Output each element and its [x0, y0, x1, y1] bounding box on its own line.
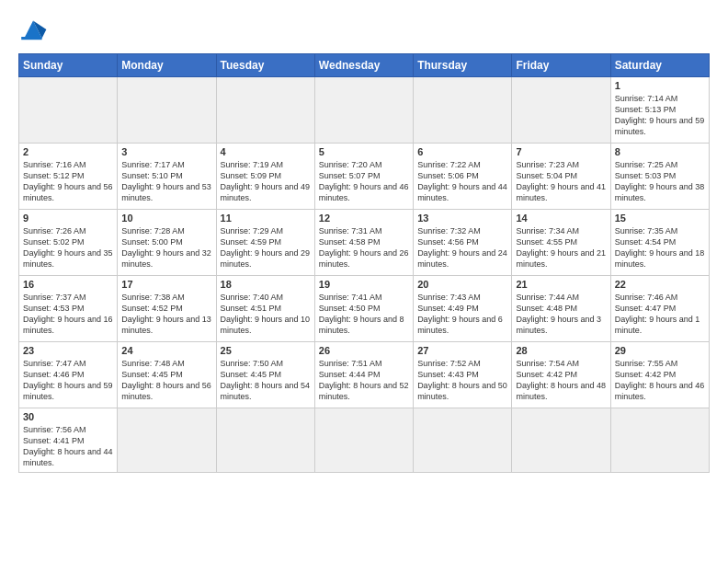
- day-cell: [118, 408, 216, 473]
- logo: [18, 15, 51, 44]
- day-cell: 19Sunrise: 7:41 AM Sunset: 4:50 PM Dayli…: [314, 276, 413, 342]
- day-info: Sunrise: 7:14 AM Sunset: 5:13 PM Dayligh…: [615, 93, 705, 138]
- day-info: Sunrise: 7:22 AM Sunset: 5:06 PM Dayligh…: [417, 159, 507, 204]
- page: SundayMondayTuesdayWednesdayThursdayFrid…: [0, 0, 728, 563]
- day-cell: 4Sunrise: 7:19 AM Sunset: 5:09 PM Daylig…: [216, 144, 314, 210]
- day-number: 19: [319, 279, 409, 290]
- day-number: 11: [221, 213, 311, 224]
- day-cell: [118, 77, 216, 144]
- day-cell: [216, 77, 314, 144]
- day-info: Sunrise: 7:51 AM Sunset: 4:44 PM Dayligh…: [319, 358, 409, 403]
- day-number: 6: [417, 146, 507, 157]
- logo-icon: [18, 15, 48, 44]
- day-info: Sunrise: 7:52 AM Sunset: 4:43 PM Dayligh…: [417, 358, 507, 403]
- day-number: 1: [615, 80, 705, 91]
- day-cell: [314, 408, 413, 473]
- day-info: Sunrise: 7:19 AM Sunset: 5:09 PM Dayligh…: [221, 159, 311, 204]
- day-cell: [314, 77, 413, 144]
- day-number: 4: [221, 146, 311, 157]
- day-cell: [414, 77, 512, 144]
- day-info: Sunrise: 7:17 AM Sunset: 5:10 PM Dayligh…: [121, 159, 211, 204]
- day-cell: 2Sunrise: 7:16 AM Sunset: 5:12 PM Daylig…: [19, 144, 118, 210]
- day-cell: 16Sunrise: 7:37 AM Sunset: 4:53 PM Dayli…: [19, 276, 118, 342]
- day-cell: 28Sunrise: 7:54 AM Sunset: 4:42 PM Dayli…: [512, 342, 610, 408]
- day-number: 20: [417, 279, 507, 290]
- day-cell: 23Sunrise: 7:47 AM Sunset: 4:46 PM Dayli…: [19, 342, 118, 408]
- day-info: Sunrise: 7:54 AM Sunset: 4:42 PM Dayligh…: [516, 358, 606, 403]
- day-number: 18: [221, 279, 311, 290]
- day-info: Sunrise: 7:28 AM Sunset: 5:00 PM Dayligh…: [121, 225, 211, 270]
- weekday-header-row: SundayMondayTuesdayWednesdayThursdayFrid…: [19, 54, 710, 77]
- day-cell: 25Sunrise: 7:50 AM Sunset: 4:45 PM Dayli…: [216, 342, 314, 408]
- day-cell: 10Sunrise: 7:28 AM Sunset: 5:00 PM Dayli…: [118, 210, 216, 276]
- day-number: 17: [121, 279, 211, 290]
- day-cell: 5Sunrise: 7:20 AM Sunset: 5:07 PM Daylig…: [314, 144, 413, 210]
- day-info: Sunrise: 7:37 AM Sunset: 4:53 PM Dayligh…: [23, 292, 113, 337]
- day-number: 28: [516, 345, 606, 356]
- day-number: 23: [23, 345, 113, 356]
- day-info: Sunrise: 7:41 AM Sunset: 4:50 PM Dayligh…: [319, 292, 409, 337]
- day-cell: [512, 77, 610, 144]
- day-cell: 20Sunrise: 7:43 AM Sunset: 4:49 PM Dayli…: [414, 276, 512, 342]
- day-number: 10: [121, 213, 211, 224]
- day-info: Sunrise: 7:48 AM Sunset: 4:45 PM Dayligh…: [121, 358, 211, 403]
- weekday-header-sunday: Sunday: [19, 54, 118, 77]
- day-cell: 3Sunrise: 7:17 AM Sunset: 5:10 PM Daylig…: [118, 144, 216, 210]
- day-cell: 15Sunrise: 7:35 AM Sunset: 4:54 PM Dayli…: [610, 210, 709, 276]
- week-row-3: 9Sunrise: 7:26 AM Sunset: 5:02 PM Daylig…: [19, 210, 710, 276]
- day-info: Sunrise: 7:38 AM Sunset: 4:52 PM Dayligh…: [121, 292, 211, 337]
- day-info: Sunrise: 7:25 AM Sunset: 5:03 PM Dayligh…: [615, 159, 705, 204]
- weekday-header-friday: Friday: [512, 54, 610, 77]
- day-info: Sunrise: 7:16 AM Sunset: 5:12 PM Dayligh…: [23, 159, 113, 204]
- day-cell: 17Sunrise: 7:38 AM Sunset: 4:52 PM Dayli…: [118, 276, 216, 342]
- day-info: Sunrise: 7:26 AM Sunset: 5:02 PM Dayligh…: [23, 225, 113, 270]
- weekday-header-monday: Monday: [118, 54, 216, 77]
- day-cell: 1Sunrise: 7:14 AM Sunset: 5:13 PM Daylig…: [610, 77, 709, 144]
- week-row-4: 16Sunrise: 7:37 AM Sunset: 4:53 PM Dayli…: [19, 276, 710, 342]
- day-cell: 11Sunrise: 7:29 AM Sunset: 4:59 PM Dayli…: [216, 210, 314, 276]
- day-info: Sunrise: 7:56 AM Sunset: 4:41 PM Dayligh…: [23, 424, 113, 469]
- day-number: 14: [516, 213, 606, 224]
- day-number: 22: [615, 279, 705, 290]
- day-cell: [19, 77, 118, 144]
- day-cell: 27Sunrise: 7:52 AM Sunset: 4:43 PM Dayli…: [414, 342, 512, 408]
- calendar: SundayMondayTuesdayWednesdayThursdayFrid…: [18, 53, 710, 473]
- day-info: Sunrise: 7:44 AM Sunset: 4:48 PM Dayligh…: [516, 292, 606, 337]
- day-number: 16: [23, 279, 113, 290]
- day-info: Sunrise: 7:46 AM Sunset: 4:47 PM Dayligh…: [615, 292, 705, 337]
- day-number: 13: [417, 213, 507, 224]
- day-info: Sunrise: 7:43 AM Sunset: 4:49 PM Dayligh…: [417, 292, 507, 337]
- day-info: Sunrise: 7:20 AM Sunset: 5:07 PM Dayligh…: [319, 159, 409, 204]
- day-cell: 24Sunrise: 7:48 AM Sunset: 4:45 PM Dayli…: [118, 342, 216, 408]
- week-row-1: 1Sunrise: 7:14 AM Sunset: 5:13 PM Daylig…: [19, 77, 710, 144]
- day-number: 21: [516, 279, 606, 290]
- day-info: Sunrise: 7:29 AM Sunset: 4:59 PM Dayligh…: [221, 225, 311, 270]
- svg-rect-2: [21, 37, 41, 40]
- day-cell: 30Sunrise: 7:56 AM Sunset: 4:41 PM Dayli…: [19, 408, 118, 473]
- week-row-6: 30Sunrise: 7:56 AM Sunset: 4:41 PM Dayli…: [19, 408, 710, 473]
- day-number: 7: [516, 146, 606, 157]
- day-number: 30: [23, 411, 113, 422]
- day-number: 27: [417, 345, 507, 356]
- day-cell: 18Sunrise: 7:40 AM Sunset: 4:51 PM Dayli…: [216, 276, 314, 342]
- week-row-5: 23Sunrise: 7:47 AM Sunset: 4:46 PM Dayli…: [19, 342, 710, 408]
- day-number: 24: [121, 345, 211, 356]
- day-number: 5: [319, 146, 409, 157]
- day-cell: [216, 408, 314, 473]
- day-number: 8: [615, 146, 705, 157]
- day-cell: 21Sunrise: 7:44 AM Sunset: 4:48 PM Dayli…: [512, 276, 610, 342]
- weekday-header-wednesday: Wednesday: [314, 54, 413, 77]
- day-cell: [414, 408, 512, 473]
- day-info: Sunrise: 7:23 AM Sunset: 5:04 PM Dayligh…: [516, 159, 606, 204]
- day-number: 15: [615, 213, 705, 224]
- day-info: Sunrise: 7:50 AM Sunset: 4:45 PM Dayligh…: [221, 358, 311, 403]
- weekday-header-saturday: Saturday: [610, 54, 709, 77]
- day-number: 9: [23, 213, 113, 224]
- day-cell: [610, 408, 709, 473]
- week-row-2: 2Sunrise: 7:16 AM Sunset: 5:12 PM Daylig…: [19, 144, 710, 210]
- day-cell: 29Sunrise: 7:55 AM Sunset: 4:42 PM Dayli…: [610, 342, 709, 408]
- weekday-header-thursday: Thursday: [414, 54, 512, 77]
- day-info: Sunrise: 7:35 AM Sunset: 4:54 PM Dayligh…: [615, 225, 705, 270]
- day-info: Sunrise: 7:31 AM Sunset: 4:58 PM Dayligh…: [319, 225, 409, 270]
- header: [18, 15, 710, 44]
